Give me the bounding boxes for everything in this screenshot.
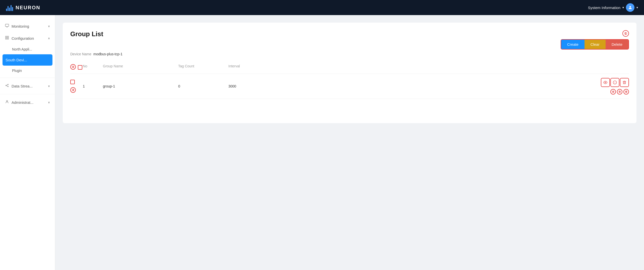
svg-line-11 xyxy=(6,85,8,85)
monitoring-arrow-icon: ∨ xyxy=(48,25,50,28)
create-button[interactable]: Create xyxy=(561,40,585,49)
sidebar-item-plugin[interactable]: Plugin xyxy=(0,66,55,76)
logo-bar-5 xyxy=(12,7,13,11)
logo-bar-1 xyxy=(6,9,7,11)
row-1-info-button[interactable] xyxy=(610,78,619,87)
neuron-logo: NEURON xyxy=(6,4,40,11)
action-buttons-wrapper: ① Create Clear Delete xyxy=(561,30,629,50)
sidebar-item-data-stream-label: Data Strea... xyxy=(12,84,33,88)
sidebar-item-north-appli-label: North Appli... xyxy=(12,47,32,51)
data-stream-arrow-icon: ∨ xyxy=(48,84,50,88)
logo-bar-4 xyxy=(11,5,12,11)
configuration-arrow-icon: ∧ xyxy=(48,37,50,40)
annotation-5-badge: ⑤ xyxy=(617,89,622,95)
svg-point-8 xyxy=(6,85,7,86)
device-name-row: Device Name modbus-plus-tcp-1 xyxy=(70,52,629,56)
sidebar-item-administration-label: Administrat... xyxy=(12,100,34,105)
svg-line-12 xyxy=(6,86,8,86)
logo-area: NEURON xyxy=(6,4,40,11)
row-1-tag-count: 0 xyxy=(178,84,228,88)
svg-rect-7 xyxy=(7,38,9,39)
clear-button[interactable]: Clear xyxy=(585,40,606,49)
table-row: ③ 1 group-1 0 3000 xyxy=(70,74,629,99)
sidebar-item-configuration-label: Configuration xyxy=(12,36,34,40)
header-right: System Information ▾ ▾ xyxy=(588,3,638,12)
main-layout: Monitoring ∨ Configuration ∧ North Appli… xyxy=(0,15,644,270)
user-menu-chevron-icon[interactable]: ▾ xyxy=(636,6,638,9)
delete-button[interactable]: Delete xyxy=(606,40,628,49)
sidebar-item-monitoring[interactable]: Monitoring ∨ xyxy=(0,20,55,32)
system-info-chevron-icon[interactable]: ▾ xyxy=(622,6,624,9)
content: Group List ① Create Clear Delete Device … xyxy=(55,15,644,270)
administration-icon xyxy=(5,100,9,105)
col-tag-count: Tag Count xyxy=(178,64,228,71)
row-1-checkbox[interactable] xyxy=(70,80,75,84)
sidebar-item-south-devi-label: South Devi... xyxy=(6,58,27,62)
svg-point-13 xyxy=(6,101,8,102)
row-checkbox-cell: ③ xyxy=(70,80,83,93)
annotation-3-badge: ③ xyxy=(70,87,76,93)
logo-bar-2 xyxy=(8,6,9,11)
device-name-label: Device Name xyxy=(70,52,91,56)
col-no: No xyxy=(83,64,103,71)
logo-bar-3 xyxy=(9,8,10,11)
svg-rect-6 xyxy=(6,38,7,39)
annotation-6-badge: ⑥ xyxy=(623,89,629,95)
sidebar-item-administration[interactable]: Administrat... ∨ xyxy=(0,96,55,108)
sidebar-item-north-appli[interactable]: North Appli... xyxy=(0,44,55,54)
sidebar-item-configuration[interactable]: Configuration ∧ xyxy=(0,32,55,44)
col-actions xyxy=(279,64,629,71)
device-name-value: modbus-plus-tcp-1 xyxy=(93,52,122,56)
col-group-name: Group Name xyxy=(103,64,178,71)
monitoring-icon xyxy=(5,24,9,29)
annotation-4-badge: ④ xyxy=(610,89,616,95)
header-checkbox[interactable] xyxy=(78,65,82,70)
col-interval: Interval xyxy=(228,64,279,71)
table-header: ② No Group Name Tag Count Interval xyxy=(70,61,629,74)
row-1-view-button[interactable] xyxy=(601,78,610,87)
svg-rect-4 xyxy=(6,36,7,37)
action-buttons-group: Create Clear Delete xyxy=(561,39,629,50)
svg-point-14 xyxy=(605,82,606,83)
content-card: Group List ① Create Clear Delete Device … xyxy=(63,23,636,123)
sidebar: Monitoring ∨ Configuration ∧ North Appli… xyxy=(0,15,55,270)
system-info-label[interactable]: System Information xyxy=(588,6,620,10)
annotation-1-badge: ① xyxy=(622,30,629,37)
user-avatar[interactable] xyxy=(626,3,634,12)
icon-annotations: ④ ⑤ ⑥ xyxy=(610,88,629,95)
sidebar-divider-2 xyxy=(0,94,55,94)
user-icon xyxy=(628,5,632,10)
group-table: ② No Group Name Tag Count Interval ③ xyxy=(70,61,629,99)
sidebar-item-south-devi[interactable]: South Devi... xyxy=(3,54,52,66)
eye-icon xyxy=(603,80,607,84)
svg-point-0 xyxy=(629,6,631,8)
svg-point-9 xyxy=(8,84,9,85)
sidebar-divider-1 xyxy=(0,78,55,78)
trash-icon xyxy=(622,80,626,84)
row-1-actions xyxy=(601,78,629,87)
row-1-delete-button[interactable] xyxy=(620,78,629,87)
annotation-2-badge: ② xyxy=(70,64,76,70)
svg-rect-5 xyxy=(7,36,9,37)
info-icon xyxy=(613,80,617,84)
svg-point-10 xyxy=(8,86,9,87)
logo-text: NEURON xyxy=(16,5,40,11)
row-1-actions-cell: ④ ⑤ ⑥ xyxy=(279,78,629,95)
row-1-group-name: group-1 xyxy=(103,84,178,88)
svg-rect-1 xyxy=(5,24,9,26)
page-title: Group List xyxy=(70,30,103,38)
header-checkbox-cell: ② xyxy=(70,64,83,71)
sidebar-item-plugin-label: Plugin xyxy=(12,69,22,73)
sidebar-item-monitoring-label: Monitoring xyxy=(12,24,29,28)
header: NEURON System Information ▾ ▾ xyxy=(0,0,644,15)
row-1-interval: 3000 xyxy=(228,84,279,88)
data-stream-icon xyxy=(5,83,9,88)
administration-arrow-icon: ∨ xyxy=(48,101,50,104)
logo-icon xyxy=(6,4,13,11)
sidebar-item-data-stream[interactable]: Data Strea... ∨ xyxy=(0,80,55,92)
configuration-icon xyxy=(5,36,9,41)
row-1-no: 1 xyxy=(83,84,103,88)
